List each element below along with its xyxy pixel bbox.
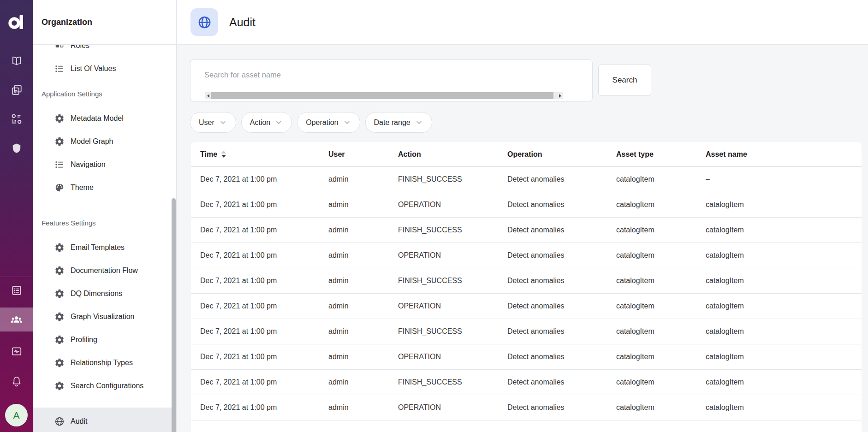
- table-row: Dec 7, 2021 at 1:00 pm admin OPERATION D…: [191, 243, 862, 268]
- sidebar-item-metadata-model[interactable]: Metadata Model: [33, 107, 176, 130]
- scrollbar-track[interactable]: [211, 92, 557, 99]
- list-icon: [54, 160, 65, 170]
- table-row: Dec 7, 2021 at 1:00 pm admin OPERATION D…: [191, 344, 862, 370]
- sidebar-item-search-configurations[interactable]: Search Configurations: [33, 375, 176, 397]
- sidebar-item-email-templates[interactable]: Email Templates: [33, 237, 176, 259]
- cell-asset-name: catalogItem: [706, 327, 862, 336]
- filter-action[interactable]: Action: [241, 112, 292, 133]
- sidebar-item-documentation-flow[interactable]: Documentation Flow: [33, 260, 176, 282]
- cell-user: admin: [328, 251, 398, 260]
- people-icon: [10, 314, 23, 326]
- rail-item-monitoring[interactable]: [0, 345, 33, 357]
- cell-asset-type: catalogItem: [616, 378, 706, 386]
- rail-item-forms[interactable]: [0, 284, 33, 296]
- cell-action: FINISH_SUCCESS: [398, 277, 507, 285]
- table-body: Dec 7, 2021 at 1:00 pm admin FINISH_SUCC…: [191, 167, 862, 420]
- cell-operation: Detect anomalies: [507, 201, 616, 209]
- column-header-asset-name: Asset name: [706, 150, 862, 159]
- filter-user[interactable]: User: [190, 112, 236, 133]
- rail-item-knowledge[interactable]: [0, 55, 33, 67]
- page-title: Audit: [229, 16, 256, 29]
- book-icon: [11, 55, 23, 67]
- cell-user: admin: [328, 353, 398, 361]
- sidebar-item-dq-dimensions[interactable]: DQ Dimensions: [33, 283, 176, 305]
- icon-rail: A: [0, 0, 33, 432]
- chevron-down-icon: [274, 118, 283, 127]
- chevron-down-icon: [343, 118, 351, 127]
- search-input[interactable]: [190, 60, 592, 89]
- cell-operation: Detect anomalies: [507, 277, 616, 285]
- sidebar-item-audit[interactable]: Audit: [33, 408, 176, 432]
- cell-action: FINISH_SUCCESS: [398, 226, 507, 234]
- user-avatar[interactable]: A: [5, 404, 28, 426]
- audit-table: Time User Action Operation Asset type As…: [191, 142, 862, 432]
- cell-asset-type: catalogItem: [616, 353, 706, 361]
- sidebar-title: Organization: [33, 0, 176, 45]
- section-application-settings: Application Settings: [33, 87, 176, 100]
- column-header-action: Action: [398, 150, 507, 159]
- column-header-operation: Operation: [507, 150, 616, 159]
- filter-date-range[interactable]: Date range: [365, 112, 432, 133]
- gear-icon: [54, 358, 65, 368]
- cell-asset-name: catalogItem: [706, 277, 862, 285]
- cell-time: Dec 7, 2021 at 1:00 pm: [200, 302, 328, 310]
- search-button[interactable]: Search: [598, 65, 651, 96]
- table-row: Dec 7, 2021 at 1:00 pm admin FINISH_SUCC…: [191, 319, 862, 344]
- sidebar-scrollbar[interactable]: [172, 198, 176, 432]
- column-header-asset-type: Asset type: [616, 150, 706, 159]
- cell-asset-type: catalogItem: [616, 226, 706, 234]
- scrollbar-thumb[interactable]: [211, 92, 553, 99]
- documents-icon: [11, 84, 23, 96]
- chevron-down-icon: [415, 118, 423, 127]
- form-icon: [11, 284, 23, 296]
- scroll-left-button[interactable]: [205, 92, 211, 99]
- cell-time: Dec 7, 2021 at 1:00 pm: [200, 175, 328, 183]
- rail-item-organization[interactable]: [0, 314, 33, 325]
- cell-asset-name: catalogItem: [706, 226, 862, 234]
- rail-item-security[interactable]: [0, 142, 33, 154]
- cell-asset-type: catalogItem: [616, 175, 706, 183]
- sidebar-item-relationship-types[interactable]: Relationship Types: [33, 352, 176, 374]
- shield-icon: [11, 142, 23, 154]
- sidebar-item-graph-visualization[interactable]: Graph Visualization: [33, 306, 176, 328]
- column-header-user: User: [328, 150, 398, 159]
- palette-icon: [54, 183, 65, 193]
- sidebar-item-profiling[interactable]: Profiling: [33, 329, 176, 351]
- cell-action: OPERATION: [398, 302, 507, 310]
- sidebar: Organization Roles List Of Values Applic…: [33, 0, 177, 432]
- cell-asset-type: catalogItem: [616, 302, 706, 310]
- chevron-down-icon: [219, 118, 227, 127]
- cell-operation: Detect anomalies: [507, 378, 616, 386]
- scroll-right-button[interactable]: [557, 92, 563, 99]
- cell-action: FINISH_SUCCESS: [398, 175, 507, 183]
- rail-item-notifications[interactable]: [0, 375, 33, 387]
- rail-divider: [0, 277, 33, 277]
- sidebar-item-list-of-values[interactable]: List Of Values: [33, 58, 176, 80]
- table-row: Dec 7, 2021 at 1:00 pm admin FINISH_SUCC…: [191, 218, 862, 243]
- page-icon-badge: [190, 8, 218, 36]
- cell-asset-name: –: [706, 175, 862, 183]
- filter-bar: User Action Operation Date range: [190, 112, 432, 133]
- cell-asset-name: catalogItem: [706, 403, 862, 412]
- brand-logo[interactable]: [0, 13, 33, 31]
- sidebar-item-model-graph[interactable]: Model Graph: [33, 130, 176, 153]
- cell-time: Dec 7, 2021 at 1:00 pm: [200, 327, 328, 336]
- sort-icons: [221, 151, 226, 158]
- cell-operation: Detect anomalies: [507, 175, 616, 183]
- rail-item-workflow[interactable]: [0, 113, 33, 125]
- sidebar-item-theme[interactable]: Theme: [33, 177, 176, 199]
- rail-item-documents[interactable]: [0, 84, 33, 96]
- search-box: [190, 59, 593, 101]
- sort-desc-icon: [221, 155, 226, 158]
- cell-operation: Detect anomalies: [507, 302, 616, 310]
- column-header-time[interactable]: Time: [200, 150, 328, 159]
- cell-action: FINISH_SUCCESS: [398, 378, 507, 386]
- bell-icon: [11, 375, 23, 387]
- roles-icon: [54, 45, 65, 51]
- filter-operation[interactable]: Operation: [297, 112, 360, 133]
- cell-action: OPERATION: [398, 201, 507, 209]
- sidebar-item-roles[interactable]: Roles: [33, 45, 176, 57]
- gear-icon: [54, 243, 65, 253]
- sidebar-item-navigation[interactable]: Navigation: [33, 154, 176, 176]
- cell-action: OPERATION: [398, 353, 507, 361]
